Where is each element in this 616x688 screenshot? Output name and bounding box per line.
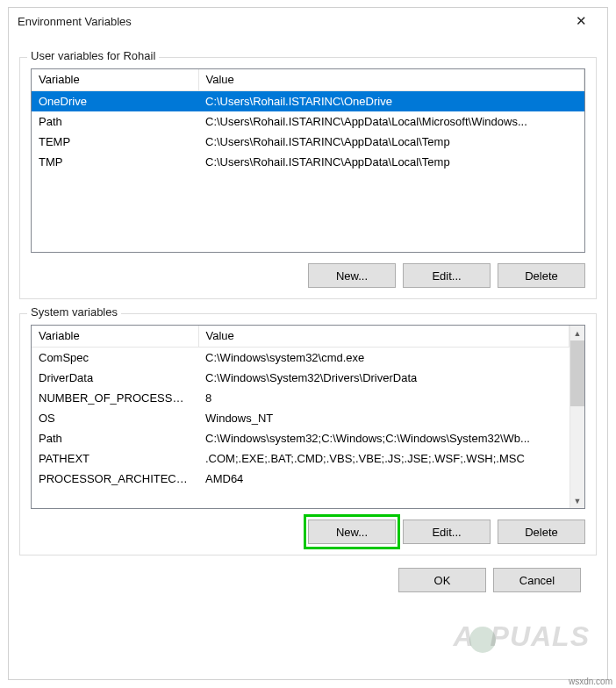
system-group-label: System variables <box>27 305 121 319</box>
system-buttons-row: New... Edit... Delete <box>31 520 585 544</box>
user-buttons-row: New... Edit... Delete <box>31 263 585 288</box>
dialog-title: Environment Variables <box>18 15 563 28</box>
system-new-button[interactable]: New... <box>308 520 396 544</box>
variable-cell: TEMP <box>32 132 198 152</box>
user-new-button[interactable]: New... <box>308 263 396 288</box>
table-row[interactable]: PathC:\Users\Rohail.ISTARINC\AppData\Loc… <box>32 111 584 132</box>
user-delete-button[interactable]: Delete <box>498 263 585 288</box>
value-cell: AMD64 <box>198 469 569 489</box>
scroll-up-icon[interactable]: ▲ <box>570 326 584 340</box>
cancel-button[interactable]: Cancel <box>493 568 581 592</box>
value-cell: .COM;.EXE;.BAT;.CMD;.VBS;.VBE;.JS;.JSE;.… <box>198 448 569 469</box>
scroll-thumb[interactable] <box>570 340 584 406</box>
variable-cell: DriverData <box>32 368 198 388</box>
column-header-variable[interactable]: Variable <box>32 326 198 347</box>
value-cell: 8 <box>198 388 569 408</box>
table-row[interactable]: TMPC:\Users\Rohail.ISTARINC\AppData\Loca… <box>32 152 584 172</box>
column-header-value[interactable]: Value <box>198 69 584 90</box>
dialog-content: User variables for Rohail Variable Value… <box>9 34 607 601</box>
system-edit-button[interactable]: Edit... <box>403 520 491 544</box>
table-row[interactable]: TEMPC:\Users\Rohail.ISTARINC\AppData\Loc… <box>32 132 584 152</box>
variable-cell: Path <box>32 428 198 448</box>
value-cell: Windows_NT <box>198 408 569 428</box>
dialog-footer: OK Cancel <box>19 555 597 592</box>
close-icon[interactable]: ✕ <box>563 9 598 33</box>
system-variables-table[interactable]: Variable Value ComSpecC:\Windows\system3… <box>32 326 569 489</box>
titlebar: Environment Variables ✕ <box>9 8 607 34</box>
variable-cell: ComSpec <box>32 347 198 368</box>
variable-cell: NUMBER_OF_PROCESSORS <box>32 388 198 408</box>
table-row[interactable]: PATHEXT.COM;.EXE;.BAT;.CMD;.VBS;.VBE;.JS… <box>32 448 569 469</box>
variable-cell: PATHEXT <box>32 448 198 469</box>
value-cell: C:\Windows\system32;C:\Windows;C:\Window… <box>198 428 569 448</box>
column-header-variable[interactable]: Variable <box>32 69 198 90</box>
table-row[interactable]: PathC:\Windows\system32;C:\Windows;C:\Wi… <box>32 428 569 448</box>
system-variables-table-container: Variable Value ComSpecC:\Windows\system3… <box>31 325 585 509</box>
variable-cell: TMP <box>32 152 198 172</box>
scroll-track[interactable] <box>570 406 584 493</box>
value-cell: C:\Users\Rohail.ISTARINC\AppData\Local\T… <box>198 132 584 152</box>
environment-variables-dialog: Environment Variables ✕ User variables f… <box>8 7 608 680</box>
table-row[interactable]: PROCESSOR_ARCHITECTU...AMD64 <box>32 469 569 489</box>
value-cell: C:\Windows\System32\Drivers\DriverData <box>198 368 569 388</box>
variable-cell: OS <box>32 408 198 428</box>
system-variables-group: System variables Variable Value ComSpecC… <box>19 313 597 555</box>
system-scrollbar[interactable]: ▲ ▼ <box>569 326 584 508</box>
user-edit-button[interactable]: Edit... <box>403 263 491 288</box>
ok-button[interactable]: OK <box>398 568 486 592</box>
table-row[interactable]: OSWindows_NT <box>32 408 569 428</box>
value-cell: C:\Users\Rohail.ISTARINC\AppData\Local\M… <box>198 111 584 132</box>
value-cell: C:\Users\Rohail.ISTARINC\AppData\Local\T… <box>198 152 584 172</box>
user-variables-group: User variables for Rohail Variable Value… <box>19 57 597 299</box>
system-delete-button[interactable]: Delete <box>498 520 585 544</box>
variable-cell: PROCESSOR_ARCHITECTU... <box>32 469 198 489</box>
user-group-label: User variables for Rohail <box>27 49 159 62</box>
value-cell: C:\Windows\system32\cmd.exe <box>198 347 569 368</box>
scroll-down-icon[interactable]: ▼ <box>570 493 584 508</box>
variable-cell: Path <box>32 111 198 132</box>
user-variables-table-container: Variable Value OneDriveC:\Users\Rohail.I… <box>31 68 585 253</box>
variable-cell: OneDrive <box>32 90 198 111</box>
credit-text: wsxdn.com <box>569 677 612 686</box>
table-row[interactable]: DriverDataC:\Windows\System32\Drivers\Dr… <box>32 368 569 388</box>
value-cell: C:\Users\Rohail.ISTARINC\OneDrive <box>198 90 584 111</box>
table-row[interactable]: OneDriveC:\Users\Rohail.ISTARINC\OneDriv… <box>32 90 584 111</box>
table-row[interactable]: NUMBER_OF_PROCESSORS8 <box>32 388 569 408</box>
user-variables-table[interactable]: Variable Value OneDriveC:\Users\Rohail.I… <box>32 69 584 172</box>
column-header-value[interactable]: Value <box>198 326 569 347</box>
table-row[interactable]: ComSpecC:\Windows\system32\cmd.exe <box>32 347 569 368</box>
